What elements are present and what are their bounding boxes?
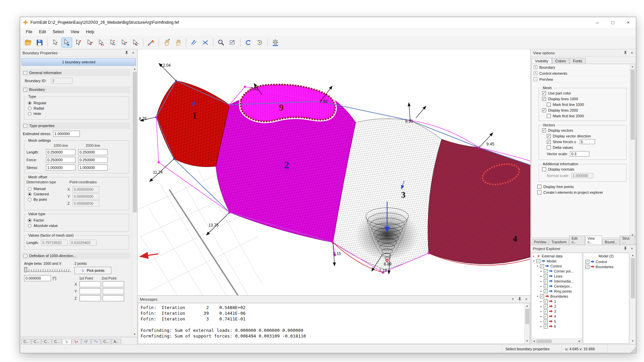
select-all-icon[interactable] (130, 38, 141, 48)
tree-item-centerpoi[interactable]: ▸✓Centerpoi... (532, 284, 582, 289)
messages-scrollbar[interactable]: ▲ ▼ (524, 303, 530, 344)
radio-manual[interactable]: Manual (28, 187, 67, 191)
second-point-x-input[interactable] (103, 281, 124, 287)
select-line-icon[interactable] (84, 38, 95, 48)
first-point-y-input[interactable] (79, 288, 101, 294)
panel-tab-points-mixed[interactable] (82, 339, 91, 344)
checkbox[interactable]: ✓ (540, 294, 544, 298)
open-icon[interactable] (23, 38, 34, 48)
undo-icon[interactable] (243, 38, 254, 48)
scroll-up-icon[interactable]: ▲ (630, 64, 635, 69)
checkbox-display-vectors[interactable]: ✓Display vectors (541, 127, 625, 133)
tree-item-preview[interactable]: -PreView (533, 76, 629, 82)
expander-icon[interactable]: ▸ (540, 269, 543, 273)
tab-colors[interactable]: Colors (552, 58, 570, 64)
close-icon[interactable]: × (524, 297, 529, 302)
checkbox[interactable]: ✓ (547, 134, 551, 138)
minimize-button[interactable]: – (590, 17, 605, 28)
tree-item-2[interactable]: ▸✓2 (532, 304, 582, 309)
model-list-item-boundaries[interactable]: ✓Boundaries (584, 264, 628, 269)
dock-tab-edit-o[interactable]: Edit o... (569, 236, 585, 245)
pin-icon[interactable] (517, 297, 522, 302)
checkbox[interactable] (547, 145, 551, 149)
scroll-up-icon[interactable]: ▲ (630, 253, 636, 258)
redo-icon[interactable] (254, 38, 265, 48)
tab-fonts[interactable]: Fonts (570, 58, 586, 64)
collapse-icon[interactable]: - (23, 71, 27, 75)
expander-icon[interactable]: ▸ (540, 280, 543, 283)
checkbox[interactable]: ✓ (544, 314, 548, 318)
panel-tab-a[interactable]: A... (111, 339, 121, 344)
tree-item-boundaries[interactable]: ▾✓Boundaries (532, 294, 582, 299)
expander-icon[interactable]: ▾ (536, 264, 539, 268)
scroll-down-icon[interactable]: ▼ (132, 332, 138, 337)
checkbox[interactable] (547, 114, 551, 118)
3d-scene[interactable]: 12.048.7611.2413.759.157.188.897.927.519… (138, 49, 530, 295)
collapse-icon[interactable]: - (23, 254, 27, 258)
checkbox[interactable] (537, 190, 541, 194)
viewport[interactable]: 12.048.7611.2413.759.157.188.897.927.519… (138, 49, 530, 295)
project-explorer-scrollbar[interactable]: ▲ ▼ (630, 253, 635, 344)
tree-item-external-data[interactable]: ▸#External data (532, 253, 582, 258)
checkbox-display-normals[interactable]: Display normals (541, 166, 625, 172)
close-icon[interactable]: × (629, 246, 635, 251)
force-1000-input[interactable] (46, 157, 75, 163)
model-list-item-control[interactable]: ✓Control (584, 259, 628, 264)
forces-threshold-input[interactable] (580, 139, 595, 144)
scrollbar-thumb[interactable] (631, 258, 635, 298)
tree-item-control[interactable]: ▾✓Control (532, 263, 582, 268)
checkbox[interactable]: ✓ (585, 260, 589, 264)
scroll-left-icon[interactable]: ◀ (532, 340, 536, 343)
section-type-properties[interactable]: - Type properties (22, 122, 130, 129)
checkbox[interactable]: ✓ (540, 264, 544, 268)
panel-tab-c[interactable]: C... (21, 339, 31, 344)
scrollbar-thumb[interactable] (536, 340, 552, 343)
select-rectangle-icon[interactable] (61, 38, 72, 48)
panel-tab-cursor[interactable] (62, 339, 71, 344)
collapse-icon[interactable]: - (23, 88, 27, 92)
radio-factor[interactable]: Factor (28, 218, 127, 222)
scroll-down-icon[interactable]: ▼ (630, 339, 636, 344)
checkbox[interactable] (542, 167, 546, 171)
expander-icon[interactable]: ▸ (532, 254, 535, 258)
select-mesh-icon[interactable] (96, 38, 106, 48)
select-element-icon[interactable] (118, 38, 129, 48)
first-point-z-input[interactable] (79, 295, 101, 301)
radio-regular[interactable]: Regular (28, 101, 127, 105)
view-options-scrollbar[interactable]: ▲ ▼ (630, 64, 635, 238)
panel-tab-c[interactable]: C... (32, 339, 42, 344)
grab-hand-icon[interactable] (173, 38, 183, 48)
tab-visibility[interactable]: Visibility (532, 58, 552, 64)
select-boundary-icon[interactable] (107, 38, 118, 48)
expander-icon[interactable]: ▸ (540, 320, 543, 323)
checkbox[interactable]: ✓ (542, 108, 546, 112)
checkbox-create-t-elements-in-project-explorer[interactable]: Create t-elements in project explorer (536, 189, 629, 195)
tree-item-lines[interactable]: ▸✓Lines (532, 274, 582, 279)
dock-tab-preview[interactable]: PreView (532, 239, 549, 245)
expander-icon[interactable]: ▸ (540, 275, 543, 278)
checkbox[interactable] (547, 103, 551, 107)
expander-icon[interactable]: ▸ (540, 290, 543, 293)
checkbox[interactable]: ✓ (544, 269, 548, 273)
scrollbar-thumb[interactable] (631, 69, 635, 140)
dock-tab-transform[interactable]: Transform (549, 239, 569, 245)
first-point-x-input[interactable] (79, 281, 101, 287)
second-point-z-input[interactable] (103, 295, 124, 301)
menu-file[interactable]: File (23, 28, 35, 35)
tree-item-control-elements[interactable]: +Control elements (533, 70, 629, 76)
break-icon[interactable] (200, 38, 211, 48)
resize-grip[interactable] (631, 345, 636, 353)
checkbox[interactable]: ✓ (544, 279, 548, 283)
collapse-icon[interactable]: - (534, 77, 537, 81)
menu-help[interactable]: Help (83, 28, 97, 35)
collapse-icon[interactable]: - (23, 124, 27, 128)
panel-tab-points-blue[interactable] (91, 339, 101, 344)
close-button[interactable]: × (621, 17, 636, 28)
section-definition-1000-direction[interactable]: - Definition of 1000-direction... (22, 252, 130, 259)
section-boundary[interactable]: - Boundary (22, 86, 130, 93)
section-general-information[interactable]: - General information (22, 69, 130, 76)
tree-item-boundary[interactable]: +Boundary (533, 64, 629, 70)
length-1000-input[interactable] (46, 149, 75, 155)
tree-item-6[interactable]: ▸✓6 (532, 324, 582, 329)
move-icon[interactable] (189, 38, 199, 48)
